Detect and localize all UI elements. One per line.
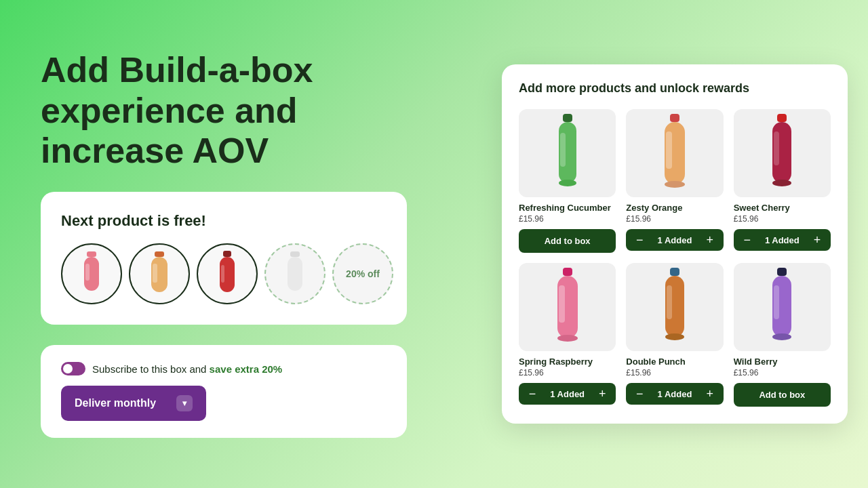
svg-rect-13 [560,133,566,167]
svg-rect-11 [563,114,572,122]
qty-increase-3[interactable]: + [810,233,824,247]
product-price-4: £15.96 [519,368,616,378]
subscribe-section: Subscribe to this box and save extra 20%… [41,345,407,438]
qty-increase-5[interactable]: + [703,387,717,401]
product-price-3: £15.96 [734,214,831,224]
svg-rect-3 [155,251,164,257]
svg-rect-25 [559,285,565,323]
bottle-circle-3 [197,243,258,304]
product-card-1: Refreshing Cucumber £15.96 Add to box [519,109,616,253]
svg-rect-17 [666,131,672,169]
svg-rect-8 [221,265,224,283]
deliver-label: Deliver monthly [75,397,156,409]
qty-label-5: 1 Added [658,389,692,399]
svg-rect-23 [563,268,572,276]
svg-rect-10 [288,257,302,291]
subscribe-row: Subscribe to this box and save extra 20% [61,362,387,375]
product-price-2: £15.96 [626,214,723,224]
qty-label-4: 1 Added [550,389,585,399]
svg-rect-5 [153,264,157,283]
product-price-1: £15.96 [519,214,616,224]
hero-title: Add Build-a-box experience and increase … [41,50,393,171]
products-grid: Refreshing Cucumber £15.96 Add to box Ze… [519,109,831,407]
svg-point-34 [772,333,791,340]
product-image-1 [519,109,616,197]
qty-label-3: 1 Added [765,235,800,245]
bottle-circle-2 [129,243,190,304]
svg-rect-33 [774,285,779,319]
svg-point-14 [559,180,576,186]
product-image-3 [734,109,831,197]
add-to-box-button-6[interactable]: Add to box [734,383,831,407]
product-image-6 [734,263,831,351]
qty-decrease-4[interactable]: − [526,387,539,401]
svg-rect-6 [223,251,231,257]
svg-rect-19 [777,114,787,122]
discount-label: 20% off [346,268,380,279]
svg-point-22 [772,180,791,186]
add-to-box-button-1[interactable]: Add to box [519,229,616,253]
svg-rect-9 [290,251,300,257]
svg-rect-0 [87,251,96,257]
deliver-monthly-button[interactable]: Deliver monthly ▾ [61,386,206,421]
bottle-circle-4 [264,243,326,304]
product-image-5 [626,263,723,351]
product-card-3: Sweet Cherry £15.96 − 1 Added + [734,109,831,253]
product-image-2 [626,109,723,197]
svg-point-30 [665,333,684,340]
bottles-row: 20% off [61,243,387,304]
qty-label-2: 1 Added [658,235,692,245]
promo-card: Next product is free! [41,192,407,325]
product-price-6: £15.96 [734,368,831,378]
product-card-2: Zesty Orange £15.96 − 1 Added + [626,109,723,253]
chevron-down-icon: ▾ [176,395,193,411]
product-name-1: Refreshing Cucumber [519,203,616,213]
product-name-6: Wild Berry [734,357,831,367]
qty-decrease-2[interactable]: − [633,233,646,247]
product-name-3: Sweet Cherry [734,203,831,213]
qty-decrease-3[interactable]: − [741,233,754,247]
product-card-6: Wild Berry £15.96 Add to box [734,263,831,407]
subscribe-toggle[interactable] [61,362,85,375]
left-section: Add Build-a-box experience and increase … [0,23,434,465]
qty-control-5: − 1 Added + [626,383,723,405]
qty-control-3: − 1 Added + [734,229,831,251]
svg-rect-31 [777,268,787,276]
svg-rect-15 [670,114,679,122]
svg-point-18 [665,181,685,188]
qty-control-2: − 1 Added + [626,229,723,251]
bottle-circle-5: 20% off [332,243,393,304]
svg-point-26 [557,335,578,342]
product-name-5: Double Punch [626,357,723,367]
product-card-5: Double Punch £15.96 − 1 Added + [626,263,723,407]
svg-rect-2 [85,264,90,281]
qty-control-4: − 1 Added + [519,383,616,405]
qty-decrease-5[interactable]: − [633,387,646,401]
product-price-5: £15.96 [626,368,723,378]
promo-title: Next product is free! [61,212,387,230]
qty-increase-4[interactable]: + [595,387,609,401]
svg-rect-21 [774,131,779,165]
product-card-4: Spring Raspberry £15.96 − 1 Added + [519,263,616,407]
product-name-4: Spring Raspberry [519,357,616,367]
panel-title: Add more products and unlock rewards [519,81,831,96]
svg-rect-27 [670,268,679,276]
product-image-4 [519,263,616,351]
svg-rect-29 [667,285,672,319]
product-name-2: Zesty Orange [626,203,723,213]
qty-increase-2[interactable]: + [703,233,717,247]
bottle-circle-1 [61,243,122,304]
right-panel: Add more products and unlock rewards Ref… [502,64,848,424]
subscribe-text: Subscribe to this box and save extra 20% [92,363,282,375]
